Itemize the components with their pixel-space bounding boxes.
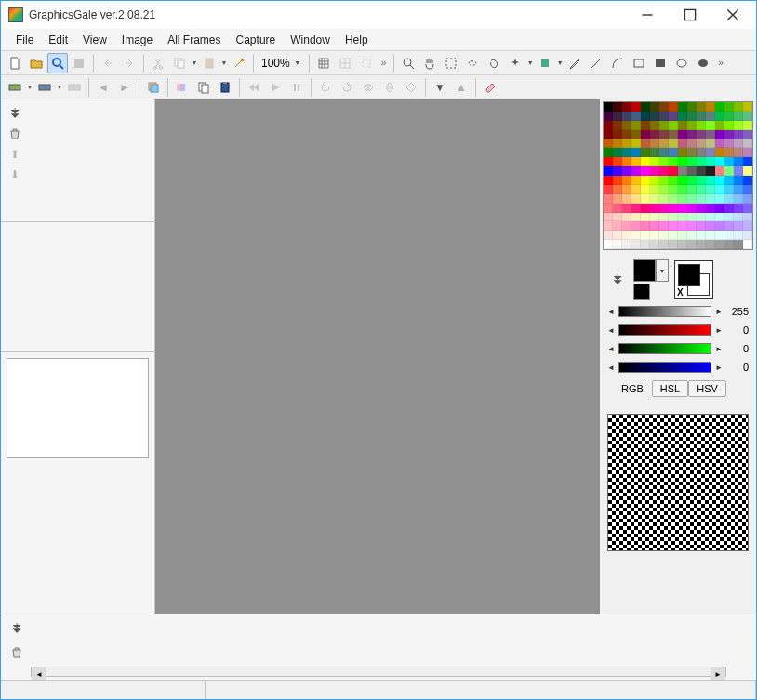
palette-cell[interactable] [687, 213, 697, 222]
primary-dropdown-icon[interactable]: ▼ [656, 259, 669, 282]
palette-cell[interactable] [669, 121, 678, 130]
palette-cell[interactable] [715, 102, 724, 112]
palette-cell[interactable] [631, 194, 641, 204]
onion-button[interactable] [172, 77, 193, 98]
lasso-button[interactable] [484, 53, 504, 73]
red-slider[interactable]: ◄►0 [607, 323, 749, 337]
palette-cell[interactable] [715, 166, 724, 176]
zoom-tool-button[interactable] [47, 53, 68, 73]
palette-cell[interactable] [613, 102, 622, 112]
palette-cell[interactable] [697, 157, 706, 166]
palette-cell[interactable] [678, 176, 687, 185]
palette-cell[interactable] [734, 130, 743, 139]
palette-cell[interactable] [613, 204, 622, 213]
palette-cell[interactable] [613, 185, 622, 194]
next-button[interactable]: ► [114, 77, 135, 98]
palette-cell[interactable] [604, 102, 613, 112]
wand-button[interactable] [229, 53, 249, 73]
palette-cell[interactable] [697, 213, 706, 222]
palette-cell[interactable] [734, 148, 743, 157]
palette-cell[interactable] [631, 231, 641, 240]
palette-cell[interactable] [604, 221, 613, 231]
palette-cell[interactable] [641, 102, 650, 112]
palette-cell[interactable] [715, 139, 724, 149]
paste-button[interactable] [199, 53, 219, 73]
palette-cell[interactable] [604, 240, 613, 249]
palette-cell[interactable] [613, 221, 622, 231]
ellipse-fill-button[interactable] [693, 53, 713, 73]
palette-cell[interactable] [641, 213, 650, 222]
palette-cell[interactable] [715, 231, 724, 240]
palette-cell[interactable] [659, 176, 669, 185]
palette-cell[interactable] [687, 221, 697, 231]
palette-cell[interactable] [641, 221, 650, 231]
color-sel-dropdown-icon[interactable]: ▼ [556, 59, 564, 66]
palette-cell[interactable] [687, 231, 697, 240]
palette-cell[interactable] [604, 185, 613, 194]
palette-cell[interactable] [743, 231, 752, 240]
down-arrow-icon[interactable]: ⬇ [7, 166, 23, 183]
palette-cell[interactable] [622, 102, 631, 112]
palette-cell[interactable] [613, 231, 622, 240]
palette-cell[interactable] [734, 213, 743, 222]
palette-cell[interactable] [743, 130, 752, 139]
zoom-level[interactable]: 100%▼ [258, 53, 305, 73]
palette-cell[interactable] [641, 231, 650, 240]
palette-cell[interactable] [715, 176, 724, 185]
palette-cell[interactable] [715, 204, 724, 213]
palette-cell[interactable] [659, 157, 669, 166]
menu-allframes[interactable]: All Frames [160, 31, 228, 49]
copy-button[interactable] [169, 53, 190, 73]
palette-cell[interactable] [631, 166, 641, 176]
pause-button[interactable] [286, 77, 307, 98]
undo-button[interactable] [98, 53, 118, 73]
palette-cell[interactable] [659, 148, 669, 157]
palette-cell[interactable] [706, 121, 715, 130]
palette-cell[interactable] [697, 166, 706, 176]
frames-button-3[interactable] [64, 77, 85, 98]
palette-cell[interactable] [687, 204, 697, 213]
palette-cell[interactable] [678, 240, 687, 249]
save-button[interactable] [69, 53, 89, 73]
palette-cell[interactable] [743, 176, 752, 185]
open-button[interactable] [26, 53, 46, 73]
palette-cell[interactable] [734, 102, 743, 112]
palette-cell[interactable] [613, 157, 622, 166]
palette-cell[interactable] [659, 221, 669, 231]
palette-cell[interactable] [604, 213, 613, 222]
curve-button[interactable] [607, 53, 628, 73]
rotate-ccw-button[interactable] [315, 77, 336, 98]
palette-cell[interactable] [622, 204, 631, 213]
palette-cell[interactable] [650, 157, 659, 166]
palette-cell[interactable] [687, 112, 697, 121]
palette-cell[interactable] [659, 121, 669, 130]
palette-cell[interactable] [743, 166, 752, 176]
palette-cell[interactable] [650, 231, 659, 240]
palette-cell[interactable] [697, 102, 706, 112]
palette-cell[interactable] [631, 130, 641, 139]
palette-cell[interactable] [743, 213, 752, 222]
palette-cell[interactable] [641, 112, 650, 121]
palette-cell[interactable] [604, 176, 613, 185]
palette-cell[interactable] [631, 121, 641, 130]
palette-cell[interactable] [650, 213, 659, 222]
palette-cell[interactable] [715, 240, 724, 249]
palette-cell[interactable] [613, 194, 622, 204]
menu-file[interactable]: File [8, 31, 41, 49]
palette-cell[interactable] [697, 121, 706, 130]
rotate-cw-button[interactable] [337, 77, 357, 98]
palette-cell[interactable] [743, 185, 752, 194]
palette-cell[interactable] [669, 194, 678, 204]
pencil-button[interactable] [564, 53, 585, 73]
palette-cell[interactable] [613, 139, 622, 149]
close-button[interactable] [711, 2, 754, 28]
blue-slider[interactable]: ◄►0 [607, 360, 749, 375]
palette-cell[interactable] [659, 185, 669, 194]
palette-cell[interactable] [706, 204, 715, 213]
palette-cell[interactable] [743, 204, 752, 213]
palette-cell[interactable] [724, 102, 734, 112]
palette-cell[interactable] [604, 157, 613, 166]
palette-cell[interactable] [641, 148, 650, 157]
palette-cell[interactable] [678, 166, 687, 176]
redo-button[interactable] [119, 53, 139, 73]
